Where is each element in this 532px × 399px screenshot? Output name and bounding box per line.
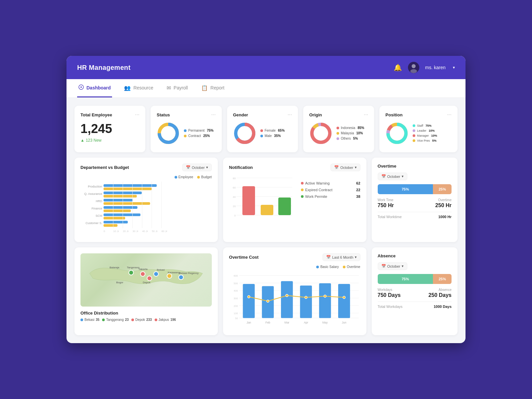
header: HR Management 🔔 ms. karen ▾ xyxy=(66,56,466,79)
payroll-icon: ✉ xyxy=(167,85,171,91)
svg-text:Tangerang: Tangerang xyxy=(127,266,139,269)
svg-point-19 xyxy=(391,127,403,140)
absence-absence-seg: 25% xyxy=(433,274,452,284)
svg-text:SCM: SCM xyxy=(95,214,102,217)
overtime-stat-row: Work Time 750 Hr Overtime 250 Hr xyxy=(378,198,452,208)
svg-text:Bekasi: Bekasi xyxy=(157,268,165,271)
nav-item-report[interactable]: 📋 Report xyxy=(200,79,226,97)
card-dept-budget: Departement vs Budget 📅 October ▾ Employ… xyxy=(74,158,218,242)
overtime-work-col: Work Time 750 Hr xyxy=(378,198,394,208)
chevron-down-icon: ▾ xyxy=(402,264,404,268)
svg-text:400: 400 xyxy=(234,290,238,293)
calendar-icon: 📅 xyxy=(326,255,331,259)
header-right: 🔔 ms. karen ▾ xyxy=(394,62,455,73)
chevron-down-icon: ▾ xyxy=(402,174,404,179)
notification-month-selector[interactable]: 📅 October ▾ xyxy=(331,164,360,171)
svg-rect-62 xyxy=(261,205,273,215)
origin-donut-area: Indonesia 85% Malaysia 10% Others 5% xyxy=(309,122,368,146)
card-office-distribution: Tangerang Jakarta Bekasi Depok Balaraja … xyxy=(74,247,218,335)
absence-month: October xyxy=(387,264,400,268)
gender-donut-area: Female 65% Male 35% xyxy=(233,122,292,146)
calendar-icon: 📅 xyxy=(186,165,191,170)
row2: Departement vs Budget 📅 October ▾ Employ… xyxy=(74,158,458,242)
svg-text:20 Jr: 20 Jr xyxy=(123,230,129,233)
nav-label-resource: Resource xyxy=(133,85,153,90)
svg-rect-94 xyxy=(281,281,293,318)
bell-icon[interactable]: 🔔 xyxy=(394,64,402,71)
svg-point-10 xyxy=(238,127,251,140)
notification-content: 80 60 40 20 0 xyxy=(229,175,360,225)
overtime-month-selector[interactable]: 📅 October ▾ xyxy=(378,173,407,180)
svg-text:200: 200 xyxy=(234,305,238,308)
svg-text:10 Jr: 10 Jr xyxy=(113,230,119,233)
svg-text:Mar: Mar xyxy=(284,321,289,324)
svg-text:Customer S.: Customer S. xyxy=(85,221,102,225)
status-menu[interactable]: ··· xyxy=(211,112,215,118)
svg-point-4 xyxy=(80,86,82,88)
svg-rect-97 xyxy=(338,284,350,318)
svg-rect-92 xyxy=(243,284,255,318)
absence-absence-col: Absence 250 Days xyxy=(429,288,452,298)
card-gender: Gender ··· Female xyxy=(227,106,298,152)
svg-point-98 xyxy=(247,296,250,298)
dept-budget-month-selector[interactable]: 📅 October ▾ xyxy=(182,164,212,171)
svg-text:50: 50 xyxy=(235,317,238,320)
gender-legend: Female 65% Male 35% xyxy=(260,129,285,139)
svg-text:Finance: Finance xyxy=(91,207,102,210)
svg-rect-22 xyxy=(103,188,152,190)
position-donut-area: Staff 75% Leader 10% Manager 10% xyxy=(385,122,452,146)
status-title: Status xyxy=(157,112,170,117)
overtime-total: Total Worktime 1000 Hr xyxy=(378,212,452,219)
overtime-cost-chart: 600 500 400 300 200 100 50 xyxy=(229,271,360,328)
app-title: HR Management xyxy=(77,64,131,71)
svg-point-103 xyxy=(343,296,345,299)
svg-point-7 xyxy=(162,127,175,140)
svg-rect-33 xyxy=(103,213,140,216)
svg-text:Bogor: Bogor xyxy=(116,281,123,284)
nav-item-payroll[interactable]: ✉ Payroll xyxy=(165,79,189,97)
svg-text:20: 20 xyxy=(233,205,236,208)
svg-rect-96 xyxy=(319,283,331,318)
svg-text:Bekasi Regency: Bekasi Regency xyxy=(179,272,199,275)
svg-point-100 xyxy=(286,294,288,297)
nav-item-resource[interactable]: 👥 Resource xyxy=(123,79,155,97)
svg-rect-36 xyxy=(103,221,128,223)
nav-item-dashboard[interactable]: Dashboard xyxy=(77,79,112,97)
calendar-icon: 📅 xyxy=(334,165,339,170)
position-menu[interactable]: ··· xyxy=(447,112,452,118)
svg-point-64 xyxy=(154,272,158,276)
nav-label-report: Report xyxy=(210,85,224,90)
overtime-cost-period-selector[interactable]: 📅 Last 6 Month ▾ xyxy=(323,253,360,261)
svg-text:Karawang: Karawang xyxy=(168,271,180,274)
svg-text:300: 300 xyxy=(234,297,238,300)
total-employee-menu[interactable]: ··· xyxy=(135,112,139,118)
absence-total: Total Workdays 1000 Days xyxy=(378,302,452,309)
chevron-down-icon[interactable]: ▾ xyxy=(453,65,455,70)
svg-point-101 xyxy=(305,296,307,299)
dept-budget-title: Departement vs Budget xyxy=(80,165,129,170)
svg-text:60: 60 xyxy=(233,186,236,189)
svg-text:60 Jr: 60 Jr xyxy=(161,230,167,233)
svg-point-14 xyxy=(315,127,327,140)
svg-text:30 Jr: 30 Jr xyxy=(132,230,138,233)
report-icon: 📋 xyxy=(201,85,208,91)
svg-text:Balaraja: Balaraja xyxy=(109,266,119,269)
row1: Total Employee ··· 1,245 ▲ 123 New Statu… xyxy=(74,106,458,152)
svg-rect-34 xyxy=(103,217,125,219)
card-overtime-cost: Overtime Cost 📅 Last 6 Month ▾ Basic Sal… xyxy=(223,247,366,335)
svg-text:600: 600 xyxy=(234,274,238,277)
origin-donut xyxy=(309,122,332,146)
svg-text:Jakarta: Jakarta xyxy=(139,268,148,271)
absence-month-selector[interactable]: 📅 October ▾ xyxy=(378,262,407,270)
svg-rect-63 xyxy=(278,198,291,215)
nav-label-dashboard: Dashboard xyxy=(86,85,111,90)
svg-text:Apr: Apr xyxy=(304,321,308,324)
svg-point-99 xyxy=(267,300,269,303)
map-svg: Tangerang Jakarta Bekasi Depok Balaraja … xyxy=(80,253,212,307)
origin-menu[interactable]: ··· xyxy=(364,112,368,118)
absence-workdays-col: Workdays 750 Days xyxy=(378,288,401,298)
svg-text:100: 100 xyxy=(234,312,238,315)
card-total-employee: Total Employee ··· 1,245 ▲ 123 New xyxy=(74,106,145,152)
gender-menu[interactable]: ··· xyxy=(288,112,292,118)
svg-text:50 Jr: 50 Jr xyxy=(152,230,158,233)
